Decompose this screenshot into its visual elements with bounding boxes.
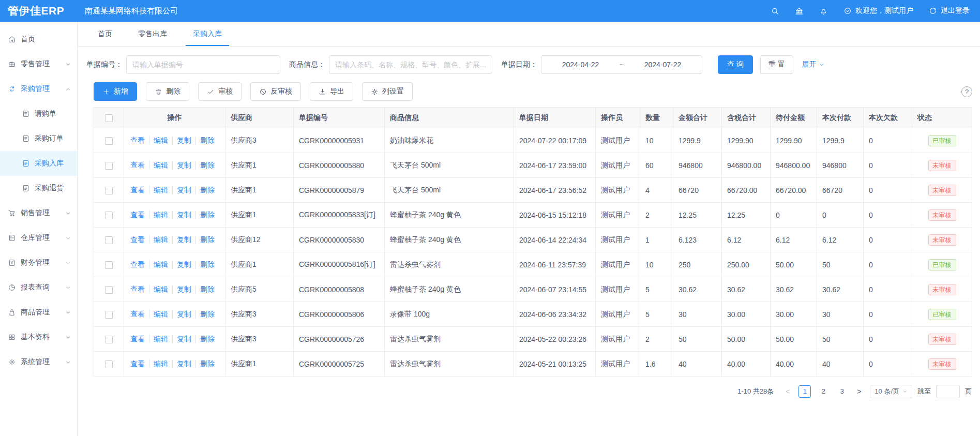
reset-button[interactable]: 重 置	[760, 55, 793, 74]
select-all-checkbox[interactable]	[105, 114, 113, 122]
row-checkbox[interactable]	[105, 187, 113, 194]
delete-link[interactable]: 删除	[195, 161, 219, 169]
edit-link[interactable]: 编辑	[149, 211, 172, 219]
row-checkbox[interactable]	[105, 311, 113, 319]
column-settings-button[interactable]: 列设置	[362, 82, 413, 101]
copy-link[interactable]: 复制	[172, 359, 195, 368]
product-info-input[interactable]	[329, 55, 492, 74]
help-icon[interactable]: ?	[961, 86, 972, 97]
copy-link[interactable]: 复制	[172, 310, 195, 318]
sidebar-item-retail-mgmt[interactable]: 零售管理	[0, 52, 77, 77]
sidebar-item-finance-mgmt[interactable]: 财务管理	[0, 250, 77, 275]
sidebar-item-system-mgmt[interactable]: 系统管理	[0, 350, 77, 374]
delete-link[interactable]: 删除	[195, 285, 219, 293]
supplier-cell: 供应商1	[225, 252, 294, 277]
view-link[interactable]: 查看	[129, 161, 149, 169]
sidebar-item-home[interactable]: 首页	[0, 27, 77, 52]
view-link[interactable]: 查看	[129, 186, 149, 194]
delete-link[interactable]: 删除	[195, 235, 219, 244]
page-button-1[interactable]: 1	[798, 385, 811, 398]
date-to-value[interactable]: 2024-07-22	[644, 61, 682, 69]
product-cell: 蜂蜜柚子茶 240g 黄色	[385, 228, 514, 252]
delete-link[interactable]: 删除	[195, 310, 219, 318]
edit-link[interactable]: 编辑	[149, 310, 172, 318]
row-checkbox[interactable]	[105, 336, 113, 343]
delete-link[interactable]: 删除	[195, 186, 219, 194]
export-button[interactable]: 导出	[310, 82, 353, 101]
copy-link[interactable]: 复制	[172, 335, 195, 343]
row-checkbox[interactable]	[105, 261, 113, 269]
edit-link[interactable]: 编辑	[149, 235, 172, 244]
view-link[interactable]: 查看	[129, 359, 149, 368]
copy-link[interactable]: 复制	[172, 260, 195, 268]
delete-link[interactable]: 删除	[195, 136, 219, 144]
row-checkbox[interactable]	[105, 360, 113, 368]
sidebar-item-warehouse-mgmt[interactable]: 仓库管理	[0, 225, 77, 250]
prev-page-button[interactable]: <	[782, 387, 793, 396]
edit-link[interactable]: 编辑	[149, 285, 172, 293]
edit-link[interactable]: 编辑	[149, 335, 172, 343]
view-link[interactable]: 查看	[129, 211, 149, 219]
next-page-button[interactable]: >	[853, 387, 865, 396]
expand-link[interactable]: 展开	[802, 60, 825, 69]
date-from-value[interactable]: 2024-04-22	[562, 61, 599, 69]
page-size-select[interactable]: 10 条/页	[870, 385, 912, 398]
row-checkbox[interactable]	[105, 236, 113, 244]
edit-link[interactable]: 编辑	[149, 136, 172, 144]
delete-button[interactable]: 删除	[146, 82, 189, 101]
view-link[interactable]: 查看	[129, 310, 149, 318]
sidebar-item-report-query[interactable]: 报表查询	[0, 275, 77, 300]
edit-link[interactable]: 编辑	[149, 161, 172, 169]
sidebar-item-purchase-mgmt[interactable]: 采购管理	[0, 77, 77, 101]
sidebar-item-basic-data[interactable]: 基本资料	[0, 325, 77, 350]
row-checkbox[interactable]	[105, 137, 113, 145]
sidebar-item-goods-mgmt[interactable]: 商品管理	[0, 300, 77, 325]
edit-link[interactable]: 编辑	[149, 260, 172, 268]
copy-link[interactable]: 复制	[172, 235, 195, 244]
page-button-2[interactable]: 2	[817, 385, 830, 398]
copy-link[interactable]: 复制	[172, 285, 195, 293]
tab-purchase-inbound[interactable]: 采购入库	[180, 22, 235, 46]
copy-link[interactable]: 复制	[172, 211, 195, 219]
date-range-picker[interactable]: 2024-04-22 ~ 2024-07-22	[541, 55, 702, 74]
view-link[interactable]: 查看	[129, 136, 149, 144]
row-checkbox[interactable]	[105, 162, 113, 170]
delete-link[interactable]: 删除	[195, 359, 219, 368]
copy-link[interactable]: 复制	[172, 186, 195, 194]
search-button[interactable]: 查 询	[718, 55, 753, 74]
copy-link[interactable]: 复制	[172, 136, 195, 144]
bell-icon[interactable]	[819, 7, 828, 16]
delete-link[interactable]: 删除	[195, 335, 219, 343]
jump-page-input[interactable]	[936, 385, 960, 398]
edit-link[interactable]: 编辑	[149, 186, 172, 194]
add-button[interactable]: 新增	[94, 82, 137, 101]
column-header: 状态	[912, 108, 972, 128]
sidebar-item-purchase-return[interactable]: 采购退货	[0, 176, 77, 201]
tab-home[interactable]: 首页	[85, 22, 125, 46]
unaudit-button[interactable]: 反审核	[250, 82, 301, 101]
tab-retail-outbound[interactable]: 零售出库	[125, 22, 180, 46]
page-button-3[interactable]: 3	[836, 385, 848, 398]
delete-link[interactable]: 删除	[195, 211, 219, 219]
sidebar-item-sales-mgmt[interactable]: 销售管理	[0, 201, 77, 225]
view-link[interactable]: 查看	[129, 260, 149, 268]
view-link[interactable]: 查看	[129, 285, 149, 293]
bank-icon[interactable]	[795, 7, 804, 16]
edit-link[interactable]: 编辑	[149, 359, 172, 368]
row-checkbox[interactable]	[105, 212, 113, 219]
order-no-input[interactable]	[126, 55, 280, 74]
copy-link[interactable]: 复制	[172, 161, 195, 169]
audit-button[interactable]: 审核	[198, 82, 242, 101]
search-icon[interactable]	[771, 7, 779, 16]
trash-icon	[155, 88, 162, 96]
sidebar-item-purchase-order[interactable]: 采购订单	[0, 126, 77, 151]
delete-link[interactable]: 删除	[195, 260, 219, 268]
sidebar-item-label: 零售管理	[21, 59, 50, 69]
row-checkbox[interactable]	[105, 286, 113, 294]
view-link[interactable]: 查看	[129, 235, 149, 244]
sidebar-item-purchase-inbound[interactable]: 采购入库	[0, 151, 77, 176]
view-link[interactable]: 查看	[129, 335, 149, 343]
user-welcome[interactable]: 欢迎您，测试用户	[843, 6, 913, 16]
logout-button[interactable]: 退出登录	[929, 6, 970, 16]
sidebar-item-purchase-request[interactable]: 请购单	[0, 101, 77, 126]
